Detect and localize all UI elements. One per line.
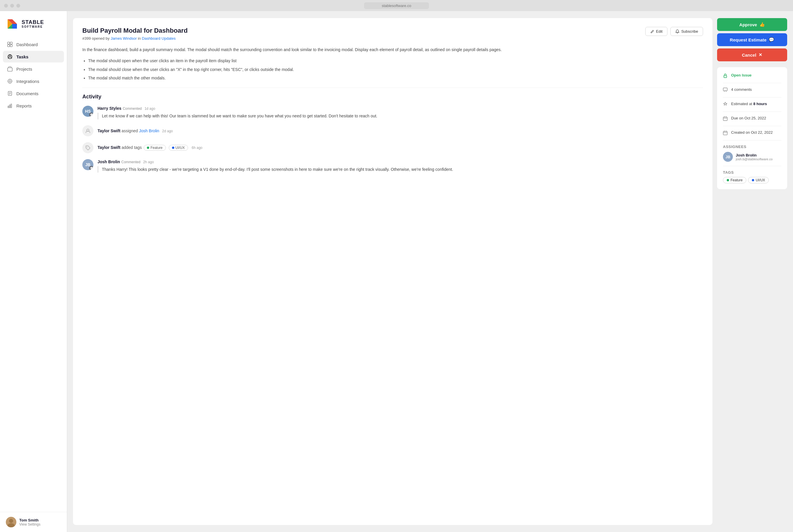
user-info: Tom Smith View Settings (19, 518, 41, 527)
chat-icon: 💬 (769, 37, 774, 42)
logo-stable: STABLE (22, 20, 44, 25)
harry-time: 1d ago (144, 107, 155, 111)
task-title: Build Payroll Modal for Dashboard (82, 27, 188, 35)
section-divider (82, 88, 703, 88)
star-icon (723, 102, 728, 108)
task-opened-by: opened by (92, 36, 111, 41)
svg-point-9 (9, 55, 11, 57)
task-project[interactable]: Dashboard Updates (142, 36, 176, 41)
tag-feature: Feature (144, 145, 166, 151)
cancel-x-icon: ✕ (758, 52, 762, 58)
avatar-harry: HS 💬 (82, 106, 93, 117)
created-date-row: Created on Oct 22, 2022 (723, 130, 781, 136)
logo-text: STABLE SOFTWARE (22, 20, 44, 28)
sidebar-label-documents: Documents (16, 91, 39, 96)
sidebar-item-tasks[interactable]: Tasks (3, 51, 64, 62)
sidebar-label-reports: Reports (16, 103, 32, 108)
svg-rect-7 (10, 45, 12, 47)
svg-rect-29 (724, 75, 727, 78)
tag-user: Taylor Swift (98, 145, 120, 150)
josh-name: Josh Brolin (98, 159, 120, 164)
view-settings-link[interactable]: View Settings (19, 522, 41, 527)
task-author[interactable]: James Windsor (111, 36, 137, 41)
sidebar-label-dashboard: Dashboard (16, 42, 38, 47)
comments-icon (723, 88, 728, 93)
svg-rect-30 (723, 88, 727, 91)
url-bar[interactable]: stablesoftware.co (364, 2, 429, 9)
projects-icon (7, 66, 13, 72)
uiux-tag-label: UI/UX (756, 178, 765, 182)
task-req-3: The modal should match the other modals. (88, 75, 703, 82)
meta-divider-3 (723, 112, 781, 112)
activity-title: Activity (82, 94, 703, 100)
josh-meta: Josh Brolin Commented 2h ago (98, 159, 703, 165)
tags-list: Feature UI/UX (723, 177, 781, 183)
tasks-icon (7, 54, 13, 60)
due-date-row: Due on Oct 25, 2022 (723, 116, 781, 122)
sidebar-item-documents[interactable]: Documents (3, 88, 64, 99)
approve-label: Approve (739, 22, 757, 27)
svg-point-25 (9, 519, 13, 523)
svg-rect-32 (723, 131, 727, 135)
cancel-button[interactable]: Cancel ✕ (717, 49, 787, 61)
uiux-label: UI/UX (175, 146, 185, 150)
assignees-title: Assignees (723, 145, 781, 149)
task-req-2: The modal should close when the user cli… (88, 66, 703, 73)
feature-label: Feature (150, 146, 162, 150)
assign-user: Taylor Swift (98, 129, 120, 133)
tag-feature-right: Feature (723, 177, 746, 183)
task-meta: #399 opened by James Windsor in Dashboar… (82, 36, 188, 41)
logo-icon (6, 18, 19, 31)
task-requirements: The modal should open when the user clic… (82, 58, 703, 82)
minimize-button[interactable] (10, 4, 14, 7)
svg-rect-22 (9, 105, 10, 108)
svg-rect-10 (7, 68, 12, 71)
uiux-dot (172, 147, 174, 149)
approve-button[interactable]: Approve 👍 (717, 18, 787, 31)
assignee-info: Josh Brolin josh.b@stablesoftware.co (736, 153, 773, 161)
dashboard-icon (7, 41, 13, 47)
meta-section: Open Issue 4 comments Estimated at (717, 67, 787, 189)
maximize-button[interactable] (16, 4, 20, 7)
activity-tags: Taylor Swift added tags Feature UI/UX 6h… (82, 142, 703, 153)
due-date: Due on Oct 25, 2022 (731, 116, 766, 120)
integrations-icon (7, 78, 13, 84)
activity-list: HS 💬 Harry Styles Commented 1d ago Let m… (82, 106, 703, 178)
svg-rect-6 (7, 45, 9, 47)
sidebar: STABLE SOFTWARE Dashboard Tasks (0, 11, 67, 532)
task-detail-card: Build Payroll Modal for Dashboard #399 o… (73, 18, 712, 525)
sidebar-item-dashboard[interactable]: Dashboard (3, 39, 64, 50)
edit-button[interactable]: Edit (645, 27, 668, 36)
assign-target: Josh Brolin (139, 129, 159, 133)
edit-icon (650, 30, 654, 34)
lock-icon (723, 73, 728, 79)
documents-icon (7, 91, 13, 96)
harry-meta: Harry Styles Commented 1d ago (98, 106, 703, 111)
thumbs-up-icon: 👍 (759, 22, 765, 27)
task-actions: Edit Subscribe (645, 27, 703, 36)
close-button[interactable] (4, 4, 8, 7)
sidebar-label-integrations: Integrations (16, 79, 39, 84)
task-description: In the finance dashboard, build a payrol… (82, 46, 703, 53)
assignee-row: JB Josh Brolin josh.b@stablesoftware.co (723, 152, 781, 162)
uiux-dot-right (752, 179, 754, 181)
assign-time: 2d ago (162, 129, 173, 133)
meta-divider-4 (723, 126, 781, 126)
tag-time: 6h ago (192, 146, 202, 150)
sidebar-item-integrations[interactable]: Integrations (3, 75, 64, 87)
subscribe-label: Subscribe (681, 29, 698, 34)
meta-divider-5 (723, 140, 781, 140)
right-panel: Approve 👍 Request Estimate 💬 Cancel ✕ (717, 18, 787, 525)
request-estimate-button[interactable]: Request Estimate 💬 (717, 33, 787, 46)
harry-action: Commented (123, 107, 143, 111)
sidebar-item-projects[interactable]: Projects (3, 63, 64, 75)
user-name: Tom Smith (19, 518, 41, 522)
task-in: in (138, 36, 142, 41)
user-footer[interactable]: Tom Smith View Settings (0, 512, 67, 532)
issue-status-row: Open Issue (723, 73, 781, 79)
feature-dot (147, 147, 149, 149)
subscribe-button[interactable]: Subscribe (670, 27, 703, 36)
sidebar-item-reports[interactable]: Reports (3, 100, 64, 112)
comment-badge-josh: 💬 (89, 166, 93, 170)
estimate-label: Estimated at 8 hours (731, 101, 767, 106)
